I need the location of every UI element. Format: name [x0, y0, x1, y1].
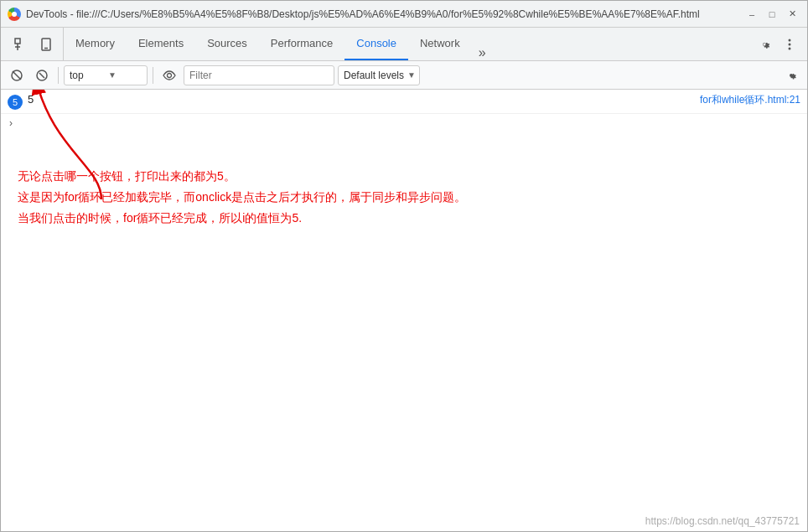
red-arrow-svg — [9, 90, 127, 208]
svg-point-6 — [789, 39, 791, 41]
console-settings-button[interactable] — [780, 65, 802, 86]
minimize-button[interactable]: – — [743, 6, 760, 23]
console-toolbar: top ▼ Default levels ▼ — [1, 61, 807, 90]
preserve-log-button[interactable] — [31, 65, 53, 86]
console-content: 5 5 for和while循环.html:21 › 无论点击哪一个按钮，打印出来… — [1, 90, 807, 532]
log-levels-selector[interactable]: Default levels ▼ — [338, 65, 420, 85]
nav-settings — [750, 34, 804, 55]
toolbar-separator-1 — [58, 67, 59, 84]
tab-memory[interactable]: Memory — [64, 28, 127, 60]
svg-line-10 — [13, 71, 21, 80]
context-selector[interactable]: top ▼ — [64, 65, 148, 85]
window-title: DevTools - file:///C:/Users/%E8%B5%A4%E5… — [26, 8, 743, 20]
preserve-log-icon — [36, 70, 48, 81]
clear-icon — [11, 70, 23, 81]
favicon — [8, 8, 21, 21]
inspect-element-button[interactable] — [9, 33, 33, 56]
svg-rect-0 — [15, 39, 20, 44]
eye-icon — [163, 70, 176, 81]
console-gear-icon — [785, 69, 798, 82]
tab-console[interactable]: Console — [344, 28, 408, 60]
context-arrow: ▼ — [108, 70, 143, 80]
tab-performance[interactable]: Performance — [259, 28, 344, 60]
close-button[interactable]: ✕ — [784, 6, 800, 23]
svg-point-7 — [789, 43, 791, 45]
title-bar: DevTools - file:///C:/Users/%E8%B5%A4%E5… — [1, 1, 807, 28]
annotation-area: 无论点击哪一个按钮，打印出来的都为5。 这是因为for循环已经加载完毕，而onc… — [18, 166, 807, 230]
svg-point-8 — [789, 47, 791, 49]
device-icon — [39, 38, 53, 51]
device-toolbar-button[interactable] — [34, 33, 58, 56]
log-source-link[interactable]: for和while循环.html:21 — [683, 93, 800, 107]
nav-bar: Memory Elements Sources Performance Cons… — [1, 28, 807, 61]
annotation-line2: 这是因为for循环已经加载完毕，而onclick是点击之后才执行的，属于同步和异… — [18, 187, 807, 208]
settings-button[interactable] — [754, 34, 775, 55]
svg-line-12 — [39, 73, 44, 78]
nav-icons — [4, 28, 64, 60]
filter-input[interactable] — [184, 65, 334, 85]
svg-point-13 — [168, 73, 172, 77]
tab-network[interactable]: Network — [408, 28, 472, 60]
watermark: https://blog.csdn.net/qq_43775721 — [645, 515, 800, 527]
tab-sources[interactable]: Sources — [195, 28, 259, 60]
maximize-button[interactable]: □ — [764, 6, 780, 23]
live-expression-button[interactable] — [158, 65, 180, 86]
annotation-text: 无论点击哪一个按钮，打印出来的都为5。 这是因为for循环已经加载完毕，而onc… — [18, 166, 807, 230]
annotation-line1: 无论点击哪一个按钮，打印出来的都为5。 — [18, 166, 807, 187]
more-options-button[interactable] — [779, 34, 800, 55]
annotation-line3: 当我们点击的时候，for循环已经完成，所以i的值恒为5. — [18, 208, 807, 229]
clear-console-button[interactable] — [6, 65, 28, 86]
svg-point-5 — [764, 43, 766, 45]
toolbar-separator-2 — [153, 67, 153, 84]
more-options-icon — [783, 38, 796, 51]
inspect-icon — [14, 38, 28, 51]
tab-elements[interactable]: Elements — [127, 28, 195, 60]
gear-icon — [758, 38, 771, 51]
more-tabs-button[interactable]: » — [472, 45, 493, 60]
window-controls: – □ ✕ — [743, 6, 800, 23]
levels-arrow: ▼ — [407, 70, 416, 80]
nav-tabs: Memory Elements Sources Performance Cons… — [64, 28, 750, 60]
